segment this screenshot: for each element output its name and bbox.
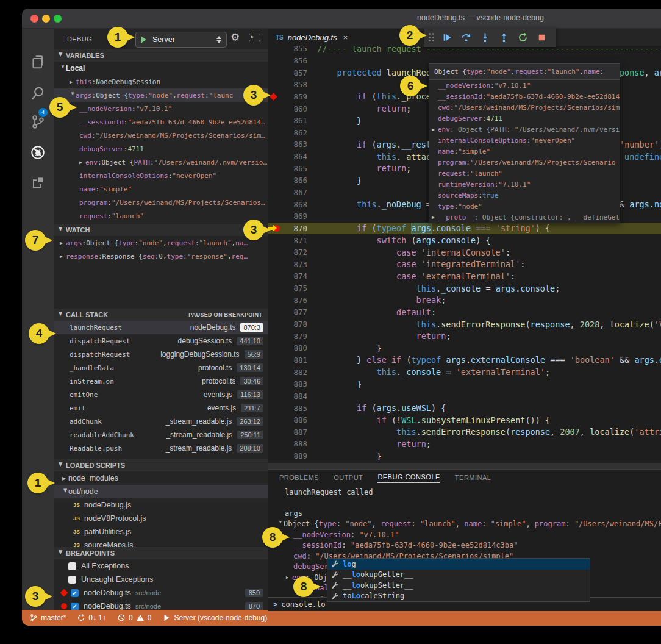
breakpoint-gutter[interactable] <box>268 198 280 210</box>
watch-row[interactable]: ▶args: Object {type: "node", request: "l… <box>54 236 268 249</box>
loaded-scripts-section-header[interactable]: ▶LOADED SCRIPTS <box>54 459 268 471</box>
breakpoint-gutter[interactable] <box>268 402 280 414</box>
call-stack-frame[interactable]: inStream.onprotocol.ts30:46 <box>54 374 268 388</box>
code-line[interactable]: 855//---- launch request ---------------… <box>268 46 661 55</box>
breakpoint-gutter[interactable] <box>268 330 280 342</box>
code-line[interactable]: 873 case 'integratedTerminal': <box>268 259 661 271</box>
configure-gear-icon[interactable]: ⚙ <box>230 31 240 44</box>
stop-button[interactable] <box>532 29 551 46</box>
chevron-collapsed-icon[interactable]: ▶ <box>432 127 438 132</box>
zoom-window-button[interactable] <box>54 15 62 23</box>
watch-section-header[interactable]: ▶WATCH <box>54 224 268 236</box>
open-console-icon[interactable]: > <box>249 34 260 41</box>
exception-breakpoint-row[interactable]: All Exceptions <box>54 559 268 573</box>
step-into-button[interactable] <box>476 29 495 46</box>
variables-section-header[interactable]: ▶VARIABLES <box>54 49 268 62</box>
breakpoint-gutter[interactable] <box>268 270 280 282</box>
horizontal-scrollbar[interactable] <box>268 463 661 469</box>
variable-row[interactable]: ▶Local <box>54 62 268 75</box>
breakpoint-gutter[interactable] <box>268 354 280 367</box>
explorer-icon[interactable] <box>30 54 46 70</box>
call-stack-frame[interactable]: _handleDataprotocol.ts130:14 <box>54 361 268 374</box>
breakpoint-gutter[interactable] <box>268 282 280 295</box>
code-line[interactable]: 874 case 'externalTerminal': <box>268 270 661 282</box>
variable-row[interactable]: ▶this: NodeDebugSession <box>54 75 268 88</box>
loaded-script-row[interactable]: JSnodeV8Protocol.js <box>54 512 268 525</box>
code-line[interactable]: 883 } <box>268 378 661 390</box>
loaded-script-row[interactable]: ▶out/node <box>54 485 268 498</box>
breakpoint-gutter[interactable] <box>268 234 280 246</box>
code-line[interactable]: 870 if (typeof args.console === 'string'… <box>268 223 661 235</box>
loaded-script-row[interactable]: JSnodeDebug.js <box>54 498 268 512</box>
breakpoint-gutter[interactable] <box>268 378 280 390</box>
call-stack-frame[interactable]: dispatchRequestloggingDebugSession.ts56:… <box>54 348 268 361</box>
code-line[interactable]: 885 if (args.useWSL) { <box>268 402 661 414</box>
checkbox-checked[interactable]: ✓ <box>71 603 79 610</box>
variable-row[interactable]: cwd: "/Users/weinand/MS/Projects/Scenari… <box>54 129 268 142</box>
chevron-collapsed-icon[interactable]: ▶ <box>79 160 85 165</box>
call-stack-section-header[interactable]: ▶CALL STACKPAUSED ON BREAKPOINT <box>54 309 268 321</box>
breakpoint-gutter[interactable] <box>268 46 280 55</box>
breakpoint-row[interactable]: ✓nodeDebug.tssrc/node870 <box>54 599 268 610</box>
breakpoint-gutter[interactable] <box>268 126 280 138</box>
breakpoint-gutter[interactable] <box>268 79 280 91</box>
extensions-icon[interactable] <box>30 175 46 191</box>
breakpoint-gutter[interactable] <box>268 438 280 450</box>
chevron-collapsed-icon[interactable]: ▶ <box>286 575 292 580</box>
problems-item[interactable]: 0 0 <box>117 614 151 622</box>
watch-row[interactable]: ▶response: Response {seq: 0, type: "resp… <box>54 249 268 263</box>
variable-row[interactable]: request: "launch" <box>54 209 268 223</box>
start-debug-icon[interactable] <box>141 36 146 43</box>
code-line[interactable]: 877 default: <box>268 306 661 318</box>
variable-row[interactable]: __nodeVersion: "v7.10.1" <box>54 102 268 115</box>
chevron-collapsed-icon[interactable]: ▶ <box>432 215 438 220</box>
suggest-item[interactable]: __lookupGetter__ <box>327 570 590 581</box>
git-branch-item[interactable]: master* <box>29 614 66 622</box>
tab-nodedebug-ts[interactable]: TS nodeDebug.ts × <box>268 29 403 46</box>
call-stack-frame[interactable]: launchRequestnodeDebug.ts870:3 <box>54 321 268 334</box>
call-stack-frame[interactable]: emitevents.js211:7 <box>54 401 268 415</box>
console-line[interactable]: __sessionId: "aeda75fb-637d-4660-9b2e-ee… <box>277 540 661 551</box>
hover-property-row[interactable]: ▶__proto__: Object {constructor: , __def… <box>429 212 620 223</box>
panel-tab-terminal[interactable]: TERMINAL <box>455 474 491 483</box>
checkbox-checked[interactable]: ✓ <box>71 589 79 597</box>
sync-item[interactable]: 0↓ 1↑ <box>77 614 106 622</box>
checkbox-unchecked[interactable] <box>68 576 76 584</box>
breakpoints-section-header[interactable]: ▶BREAKPOINTS <box>54 547 268 559</box>
code-line[interactable]: 876 break; <box>268 294 661 306</box>
code-line[interactable]: 878 this.sendErrorResponse(response, 202… <box>268 318 661 331</box>
close-window-button[interactable] <box>30 15 38 23</box>
code-line[interactable]: 875 this._console = args.console; <box>268 282 661 295</box>
variable-row[interactable]: program: "/Users/weinand/MS/Projects/Sce… <box>54 196 268 209</box>
chevron-expanded-icon[interactable]: ▶ <box>63 488 68 495</box>
breakpoint-gutter[interactable] <box>268 306 280 318</box>
panel-tab-output[interactable]: OUTPUT <box>334 474 363 483</box>
breakpoint-gutter[interactable] <box>268 450 280 462</box>
chevron-collapsed-icon[interactable]: ▶ <box>60 240 66 246</box>
chevron-collapsed-icon[interactable]: ▶ <box>60 254 66 259</box>
call-stack-frame[interactable]: readableAddChunk_stream_readable.js250:1… <box>54 428 268 442</box>
code-line[interactable]: 881 } else if (typeof args.externalConso… <box>268 354 661 367</box>
breakpoint-diamond-icon[interactable] <box>270 93 277 101</box>
breakpoint-gutter[interactable] <box>268 210 280 223</box>
breakpoint-gutter[interactable] <box>268 115 280 127</box>
breakpoint-gutter[interactable] <box>268 174 280 187</box>
close-tab-icon[interactable]: × <box>343 33 348 42</box>
console-line[interactable]: __nodeVersion: "v7.10.1" <box>277 529 661 540</box>
call-stack-frame[interactable]: addChunk_stream_readable.js263:12 <box>54 415 268 428</box>
restart-button[interactable] <box>513 29 532 46</box>
code-line[interactable]: 880 } <box>268 342 661 354</box>
chevron-expanded-icon[interactable]: ▶ <box>60 65 66 71</box>
code-line[interactable]: 879 return; <box>268 330 661 342</box>
breakpoint-gutter[interactable] <box>268 318 280 331</box>
code-line[interactable]: 884 <box>268 390 661 402</box>
breakpoint-gutter[interactable] <box>268 55 280 67</box>
toolbar-drag-handle[interactable] <box>429 33 434 41</box>
breakpoint-gutter[interactable] <box>268 366 280 378</box>
suggest-item[interactable]: toLocaleString <box>327 591 590 602</box>
hover-property-row[interactable]: ▶env: Object {PATH: "/Users/weinand/.nvm… <box>429 124 620 135</box>
loaded-script-row[interactable]: JSpathUtilities.js <box>54 525 268 538</box>
breakpoint-gutter[interactable] <box>268 187 280 199</box>
breakpoint-gutter[interactable] <box>268 246 280 259</box>
debug-target-item[interactable]: Server (vscode-node-debug) <box>162 614 267 622</box>
